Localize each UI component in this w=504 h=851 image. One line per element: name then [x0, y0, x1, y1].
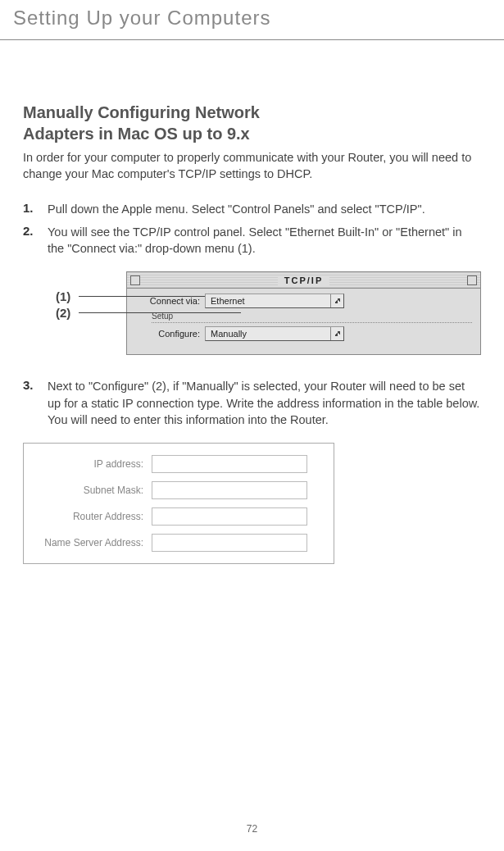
router-address-row: Router Address: [37, 507, 320, 526]
callout-1-label: (1) [56, 289, 70, 303]
page-header-title: Setting Up your Computers [0, 0, 504, 40]
content-area: Manually Configuring Network Adapters in… [0, 40, 504, 564]
step-number: 2. [23, 224, 48, 257]
tcp-titlebar: TCP/IP [127, 272, 480, 289]
step-text: You will see the TCP/IP control panel. S… [48, 224, 481, 257]
ip-address-input[interactable] [152, 455, 307, 473]
configure-label: Configure: [135, 329, 205, 339]
heading-line-1: Manually Configuring Network [23, 103, 260, 121]
connect-via-dropdown[interactable]: Ethernet [205, 294, 344, 308]
step-1: 1. Pull down the Apple menu. Select "Con… [23, 201, 481, 217]
callout-2-label: (2) [56, 306, 70, 320]
name-server-input[interactable] [152, 534, 307, 552]
step-number: 3. [23, 378, 48, 428]
steps-list-continued: 3. Next to "Configure" (2), if "Manually… [23, 378, 481, 428]
step-3: 3. Next to "Configure" (2), if "Manually… [23, 378, 481, 428]
section-heading: Manually Configuring Network Adapters in… [23, 102, 481, 144]
subnet-mask-input[interactable] [152, 481, 307, 499]
ip-address-label: IP address: [37, 458, 152, 470]
configure-row: Configure: Manually [135, 326, 472, 341]
configure-dropdown[interactable]: Manually [205, 326, 344, 341]
subnet-mask-row: Subnet Mask: [37, 481, 320, 499]
dropdown-arrow-icon [330, 327, 343, 340]
router-address-input[interactable] [152, 507, 307, 526]
callout-2-line [79, 312, 241, 313]
ip-address-row: IP address: [37, 455, 320, 473]
callout-column: (1) (2) [23, 271, 126, 337]
setup-divider [152, 322, 472, 323]
page-number: 72 [247, 823, 257, 835]
step-2: 2. You will see the TCP/IP control panel… [23, 224, 481, 257]
step-text: Next to "Configure" (2), if "Manually" i… [48, 378, 481, 428]
setup-group-label: Setup [135, 312, 472, 323]
connect-via-label: Connect via: [135, 296, 205, 306]
close-box-icon [130, 275, 140, 285]
heading-line-2: Adapters in Mac OS up to 9.x [23, 125, 250, 143]
subnet-mask-label: Subnet Mask: [37, 485, 152, 496]
steps-list: 1. Pull down the Apple menu. Select "Con… [23, 201, 481, 257]
name-server-label: Name Server Address: [37, 537, 152, 548]
tcp-ip-panel: TCP/IP Connect via: Ethernet Setup Confi… [126, 271, 481, 355]
zoom-box-icon [467, 275, 477, 285]
intro-paragraph: In order for your computer to properly c… [23, 149, 481, 183]
dropdown-arrow-icon [330, 294, 343, 307]
step-text: Pull down the Apple menu. Select "Contro… [48, 201, 481, 217]
router-address-label: Router Address: [37, 511, 152, 522]
step-number: 1. [23, 201, 48, 217]
connect-via-value: Ethernet [211, 296, 245, 306]
tcp-window-title: TCP/IP [278, 275, 329, 285]
tcp-panel-figure: (1) (2) TCP/IP Connect via: Ethernet [23, 271, 481, 355]
ip-address-table: IP address: Subnet Mask: Router Address:… [23, 443, 334, 564]
name-server-row: Name Server Address: [37, 534, 320, 552]
connect-via-row: Connect via: Ethernet [135, 294, 472, 308]
tcp-panel-body: Connect via: Ethernet Setup Configure: M… [127, 289, 480, 354]
configure-value: Manually [211, 329, 247, 339]
